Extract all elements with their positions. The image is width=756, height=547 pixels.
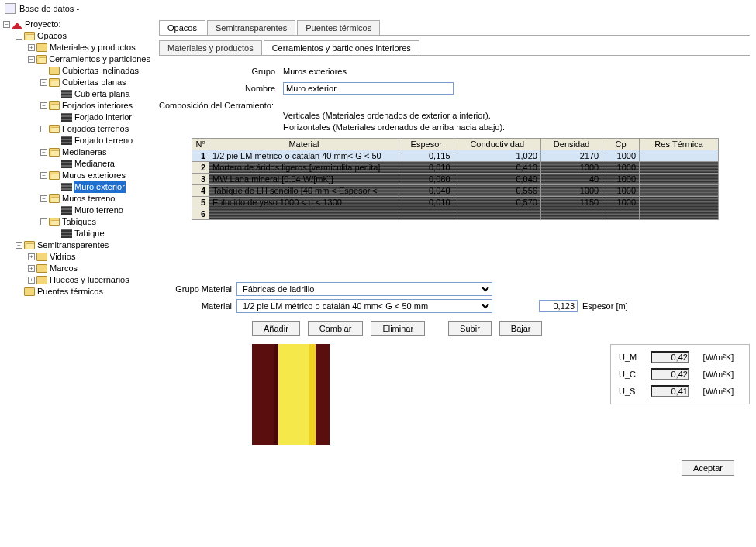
btn-anadir[interactable]: Añadir: [252, 321, 300, 336]
th-n: Nº: [192, 139, 209, 150]
um-label: U_M: [619, 353, 644, 362]
tree-cub-plan[interactable]: −Cubiertas planas: [40, 77, 151, 88]
btn-aceptar[interactable]: Aceptar: [682, 460, 734, 476]
tree-marcos[interactable]: +Marcos: [28, 263, 151, 274]
materials-table[interactable]: Nº Material Espesor Conductividad Densid…: [192, 138, 719, 220]
us-unit: [W/m²K]: [703, 387, 741, 396]
tree-panel: −Proyecto: −Opacos +Materiales y product…: [0, 17, 151, 547]
tree-semitrans[interactable]: −Semitransparentes: [16, 239, 151, 251]
th-res: Res.Térmica: [640, 139, 719, 150]
tree-opacos[interactable]: −Opacos: [16, 30, 151, 42]
folder-open-icon: [49, 125, 60, 133]
material-icon: [61, 206, 72, 215]
material-icon: [61, 90, 72, 98]
grupo-mat-label: Grupo Material: [159, 284, 236, 294]
table-row[interactable]: 5Enlucido de yeso 1000 < d < 13000,0100,…: [192, 197, 719, 208]
titlebar: Base de datos -: [0, 0, 756, 17]
us-value: [651, 385, 689, 397]
tree-forj-interior[interactable]: Forjado interior: [53, 112, 151, 123]
tab-mat[interactable]: Materiales y productos: [159, 40, 262, 55]
um-value: [651, 351, 689, 363]
material-icon: [61, 160, 72, 168]
uc-unit: [W/m²K]: [703, 370, 741, 379]
folder-icon: [49, 67, 60, 75]
folder-open-icon: [24, 32, 35, 40]
tree-vidrios[interactable]: +Vidrios: [28, 251, 151, 263]
grupo-label: Grupo: [159, 67, 283, 76]
main-panel: Opacos Semitransparentes Puentes térmico…: [151, 17, 756, 547]
app-icon: [5, 3, 16, 14]
grupo-value: Muros exteriores: [283, 67, 347, 76]
material-label: Material: [159, 301, 236, 311]
folder-open-icon: [49, 218, 60, 226]
tree-huecos[interactable]: +Huecos y lucernarios: [28, 274, 151, 286]
th-dens: Densidad: [540, 139, 602, 150]
nombre-label: Nombre: [159, 84, 283, 93]
window-title: Base de datos -: [19, 4, 79, 13]
th-esp: Espesor: [399, 139, 454, 150]
tree-muro-exterior[interactable]: Muro exterior: [53, 181, 151, 193]
layer-swatch: [252, 344, 330, 445]
tree-cub-incl[interactable]: Cubiertas inclinadas: [40, 65, 151, 77]
tree-cub-plana[interactable]: Cubierta plana: [53, 88, 151, 100]
table-row[interactable]: 11/2 pie LM métrico o catalán 40 mm< G <…: [192, 150, 719, 162]
uc-label: U_C: [619, 370, 644, 379]
tree-tabiques[interactable]: −Tabiques: [40, 216, 151, 228]
uc-value: [651, 368, 689, 380]
tree-medianera[interactable]: Medianera: [53, 158, 151, 170]
tab-cerr[interactable]: Cerramientos y particiones interiores: [264, 40, 419, 55]
u-values-box: U_M[W/m²K] U_C[W/m²K] U_S[W/m²K]: [610, 344, 750, 404]
espesor-input[interactable]: [539, 300, 578, 312]
compo-label: Composición del Cerramiento:: [159, 101, 750, 110]
folder-open-icon: [36, 55, 47, 64]
th-cp: Cp: [602, 139, 640, 150]
folder-icon: [24, 287, 35, 296]
table-row[interactable]: 4Tabique de LH sencillo [40 mm < Espesor…: [192, 185, 719, 197]
tree-forj-terreno[interactable]: Forjado terreno: [53, 135, 151, 146]
tree-cerr-part[interactable]: −Cerramientos y particiones: [28, 53, 151, 65]
folder-open-icon: [49, 171, 60, 180]
um-unit: [W/m²K]: [703, 353, 741, 362]
folder-open-icon: [49, 78, 60, 87]
tree-muro-terreno[interactable]: Muro terreno: [53, 205, 151, 216]
tree-tabique[interactable]: Tabique: [53, 228, 151, 239]
folder-open-icon: [49, 194, 60, 203]
th-mat: Material: [209, 139, 399, 150]
btn-bajar[interactable]: Bajar: [499, 321, 543, 336]
tab-opacos[interactable]: Opacos: [159, 20, 205, 35]
folder-open-icon: [49, 148, 60, 157]
tree-root[interactable]: −Proyecto:: [3, 19, 151, 30]
tree-mat-prod[interactable]: +Materiales y productos: [28, 42, 151, 53]
tab-puentes[interactable]: Puentes térmicos: [297, 20, 380, 35]
table-row[interactable]: 2Mortero de áridos ligeros [vermiculita …: [192, 162, 719, 174]
material-icon: [61, 229, 72, 238]
tree-forj-ter[interactable]: −Forjados terrenos: [40, 123, 151, 135]
btn-subir[interactable]: Subir: [448, 321, 492, 336]
material-icon: [61, 113, 72, 122]
tree-forj-int[interactable]: −Forjados interiores: [40, 100, 151, 112]
folder-icon: [36, 276, 47, 284]
th-cond: Conductividad: [454, 139, 540, 150]
us-label: U_S: [619, 387, 644, 396]
table-row-empty[interactable]: 6: [192, 208, 719, 220]
btn-eliminar[interactable]: Eliminar: [371, 321, 425, 336]
btn-cambiar[interactable]: Cambiar: [308, 321, 364, 336]
tab-semi[interactable]: Semitransparentes: [207, 20, 295, 35]
tree-puentes[interactable]: Puentes térmicos: [16, 286, 151, 298]
tree-medianeras[interactable]: −Medianeras: [40, 146, 151, 158]
nombre-input[interactable]: [283, 82, 454, 95]
material-icon: [61, 183, 72, 191]
tree-muros-ext[interactable]: −Muros exteriores: [40, 170, 151, 181]
espesor-label: Espesor [m]: [582, 301, 628, 311]
folder-open-icon: [24, 241, 35, 249]
material-select[interactable]: 1/2 pie LM métrico o catalán 40 mm< G < …: [236, 299, 492, 313]
folder-open-icon: [49, 101, 60, 110]
tree-muros-ter[interactable]: −Muros terreno: [40, 193, 151, 205]
table-row[interactable]: 3MW Lana mineral [0.04 W/[mK]]0,0800,040…: [192, 174, 719, 185]
folder-icon: [36, 43, 47, 52]
compo-v: Verticales (Materiales ordenados de exte…: [159, 110, 750, 122]
compo-h: Horizontales (Materiales ordenados de ar…: [159, 122, 750, 133]
folder-icon: [36, 253, 47, 261]
house-icon: [12, 20, 22, 29]
grupo-mat-select[interactable]: Fábricas de ladrillo: [236, 282, 492, 296]
